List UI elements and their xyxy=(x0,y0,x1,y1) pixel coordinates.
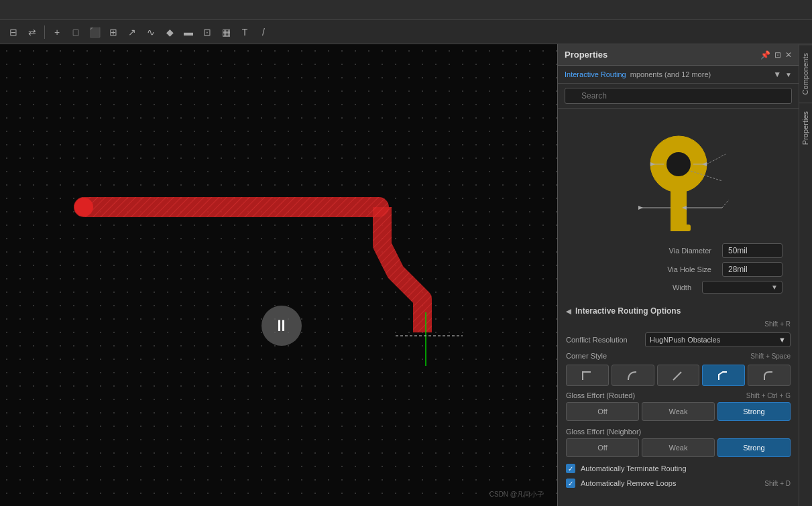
via-diameter-value[interactable]: 50mil xyxy=(722,243,782,258)
auto-loops-label: Automatically Remove Loops xyxy=(581,479,676,487)
corner-style-row: Corner Style Shift + Space xyxy=(558,350,799,362)
conflict-shortcut-row: Shift + R xyxy=(558,318,799,330)
gloss-routed-header: Gloss Effort (Routed) Shift + Ctrl + G xyxy=(558,389,799,401)
add-icon[interactable]: + xyxy=(49,24,65,40)
toolbar-sep-1 xyxy=(44,25,45,39)
pattern-icon[interactable]: ▦ xyxy=(218,24,234,40)
svg-rect-1 xyxy=(74,197,389,217)
side-tabs: Components Properties xyxy=(799,44,812,506)
svg-rect-9 xyxy=(677,225,691,231)
corner-btn-5[interactable] xyxy=(748,365,791,386)
conflict-value: HugNPush Obstacles xyxy=(650,336,720,344)
pause-button[interactable] xyxy=(262,306,302,346)
svg-rect-2 xyxy=(74,197,389,217)
curve-icon[interactable]: ∿ xyxy=(143,24,159,40)
tab-interactive-routing[interactable]: Interactive Routing xyxy=(565,70,626,78)
svg-marker-15 xyxy=(638,206,643,210)
gloss-neighbor-label: Gloss Effort (Neighbor) xyxy=(566,428,641,436)
via-diameter-row: Via Diameter 50mil xyxy=(558,241,791,260)
gloss-routed-strong[interactable]: Strong xyxy=(717,402,791,421)
side-tab-components[interactable]: Components xyxy=(799,44,812,103)
text-icon[interactable]: T xyxy=(237,24,253,40)
width-row: Width ▼ xyxy=(558,279,791,296)
box-icon[interactable]: ⊡ xyxy=(199,24,215,40)
fill-icon[interactable]: ⬛ xyxy=(86,24,103,40)
conflict-dropdown-arrow: ▼ xyxy=(778,336,786,344)
via-diagram: Via Diameter 50mil Via Hole Size 28mil W… xyxy=(558,114,799,301)
tab-more[interactable]: mponents (and 12 more) xyxy=(630,70,711,78)
via-properties: Via Diameter 50mil Via Hole Size 28mil W… xyxy=(558,241,799,301)
auto-terminate-row: Automatically Terminate Routing xyxy=(558,461,799,476)
routing-options-section[interactable]: ◀ Interactive Routing Options xyxy=(558,301,799,318)
gloss-neighbor-header: Gloss Effort (Neighbor) xyxy=(558,425,799,437)
search-input[interactable] xyxy=(565,88,792,104)
auto-loops-shortcut: Shift + D xyxy=(764,480,791,487)
conflict-resolution-row: Conflict Resolution HugNPush Obstacles ▼ xyxy=(558,330,799,350)
gloss-routed-off[interactable]: Off xyxy=(566,402,639,421)
panel-tabs: Interactive Routing mponents (and 12 mor… xyxy=(558,66,799,84)
pin-icon[interactable]: 📌 xyxy=(760,50,770,60)
width-dropdown[interactable]: ▼ xyxy=(702,281,782,294)
gloss-routed-weak[interactable]: Weak xyxy=(642,402,715,421)
gloss-neighbor-off[interactable]: Off xyxy=(566,438,639,457)
width-dropdown-arrow: ▼ xyxy=(771,283,778,291)
route-container xyxy=(0,44,557,506)
gloss-neighbor-buttons: Off Weak Strong xyxy=(558,437,799,461)
panel-header-icons: 📌 ⊡ ✕ xyxy=(760,50,792,60)
properties-panel: Properties 📌 ⊡ ✕ Interactive Routing mpo… xyxy=(557,44,799,506)
bar-icon[interactable]: ▬ xyxy=(180,24,196,40)
conflict-label: Conflict Resolution xyxy=(566,336,640,344)
auto-loops-checkbox[interactable] xyxy=(566,479,575,488)
rect-icon[interactable]: □ xyxy=(68,24,84,40)
auto-loops-row: Automatically Remove Loops Shift + D xyxy=(558,476,799,491)
routing-options-label: Interactive Routing Options xyxy=(575,306,681,316)
corner-btn-4[interactable] xyxy=(702,365,745,386)
main-area: CSDN @凡间小子 Properties 📌 ⊡ ✕ Interactive … xyxy=(0,44,812,506)
corner-style-label: Corner Style xyxy=(566,352,607,360)
side-tab-properties[interactable]: Properties xyxy=(799,103,812,153)
conflict-dropdown[interactable]: HugNPush Obstacles ▼ xyxy=(645,332,791,347)
via-hole-label: Via Hole Size xyxy=(566,265,717,273)
top-bar xyxy=(0,0,812,20)
via-svg xyxy=(618,121,739,241)
toolbar: ⊟ ⇄ + □ ⬛ ⊞ ↗ ∿ ◆ ▬ ⊡ ▦ T / xyxy=(0,20,812,44)
watermark: CSDN @凡间小子 xyxy=(489,490,544,499)
close-icon[interactable]: ✕ xyxy=(785,50,792,60)
via-diameter-label: Via Diameter xyxy=(566,247,717,255)
auto-terminate-checkbox[interactable] xyxy=(566,464,575,473)
diamond-icon[interactable]: ◆ xyxy=(162,24,178,40)
auto-terminate-label: Automatically Terminate Routing xyxy=(581,464,687,472)
corner-shortcut: Shift + Space xyxy=(750,353,791,360)
corner-btn-3[interactable] xyxy=(657,365,700,386)
gloss-routed-label: Gloss Effort (Routed) xyxy=(566,391,635,399)
svg-point-7 xyxy=(666,152,691,176)
corner-btn-1[interactable] xyxy=(566,365,609,386)
tab-dropdown-icon[interactable]: ▼ xyxy=(785,71,792,78)
corner-btn-2[interactable] xyxy=(612,365,654,386)
grid-icon[interactable]: ⊞ xyxy=(105,24,121,40)
gloss-routed-buttons: Off Weak Strong xyxy=(558,401,799,425)
route-icon[interactable]: ⇄ xyxy=(24,24,40,40)
gloss-routed-shortcut: Shift + Ctrl + G xyxy=(746,392,791,399)
diag-icon[interactable]: ↗ xyxy=(124,24,140,40)
tab-filter-icon[interactable]: ▼ xyxy=(773,70,781,79)
search-wrap: 🔍 xyxy=(565,88,792,104)
svg-line-21 xyxy=(673,372,681,380)
line-icon[interactable]: / xyxy=(255,24,272,40)
via-hole-row: Via Hole Size 28mil xyxy=(558,260,791,279)
via-hole-value[interactable]: 28mil xyxy=(722,262,782,277)
canvas-area[interactable]: CSDN @凡间小子 xyxy=(0,44,557,506)
panel-content[interactable]: Via Diameter 50mil Via Hole Size 28mil W… xyxy=(558,109,799,506)
gloss-neighbor-strong[interactable]: Strong xyxy=(717,438,791,457)
gloss-neighbor-weak[interactable]: Weak xyxy=(642,438,715,457)
svg-point-3 xyxy=(74,198,93,216)
section-collapse-arrow: ◀ xyxy=(566,308,571,315)
float-icon[interactable]: ⊡ xyxy=(774,50,781,60)
panel-header: Properties 📌 ⊡ ✕ xyxy=(558,44,799,66)
filter-icon[interactable]: ⊟ xyxy=(5,24,21,40)
corner-buttons xyxy=(558,362,799,389)
search-bar: 🔍 xyxy=(558,84,799,109)
width-label: Width xyxy=(566,283,697,292)
panel-title: Properties xyxy=(565,50,607,60)
conflict-shortcut-label: Shift + R xyxy=(764,320,791,328)
